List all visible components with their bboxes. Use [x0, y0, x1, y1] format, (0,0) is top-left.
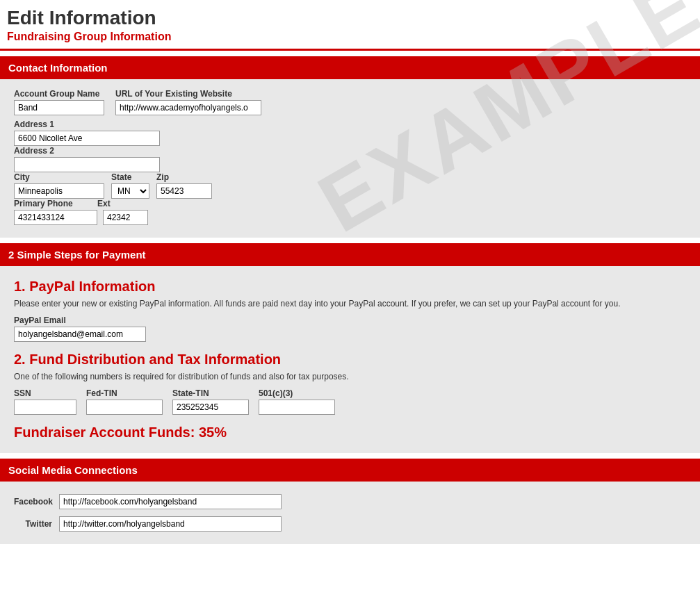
payment-section-header: 2 Simple Steps for Payment: [0, 243, 700, 266]
state-select[interactable]: MN: [111, 183, 149, 199]
phone-field: Primary PhoneExt: [14, 199, 148, 225]
payment-section: 2 Simple Steps for Payment 1. PayPal Inf…: [0, 243, 700, 453]
phone-label: Primary PhoneExt: [14, 199, 148, 208]
contact-section-header: Contact Information: [0, 56, 700, 79]
social-section: Social Media Connections Facebook Twitte…: [0, 459, 700, 544]
url-label: URL of Your Existing Website: [115, 89, 261, 99]
501c3-field: 501(c)(3): [259, 388, 335, 415]
funds-text: Fundraiser Account Funds: 35%: [14, 425, 686, 441]
fed-tin-field: Fed-TIN: [86, 388, 163, 415]
city-label: City: [14, 172, 104, 182]
facebook-input[interactable]: [59, 494, 282, 509]
paypal-email-field: PayPal Email: [14, 315, 686, 342]
twitter-input[interactable]: [59, 516, 282, 532]
state-tin-field: State-TIN: [172, 388, 249, 415]
fed-tin-input[interactable]: [86, 400, 163, 415]
step1-description: Please enter your new or existing PayPal…: [14, 299, 653, 309]
step2-heading: 2. Fund Distribution and Tax Information: [14, 352, 686, 368]
zip-field: Zip: [156, 172, 212, 199]
501c3-label: 501(c)(3): [259, 388, 335, 398]
paypal-email-label: PayPal Email: [14, 315, 686, 325]
state-tin-label: State-TIN: [172, 388, 249, 398]
ssn-field: SSN: [14, 388, 76, 415]
url-input[interactable]: [115, 100, 261, 115]
facebook-label: Facebook: [14, 497, 52, 507]
fed-tin-label: Fed-TIN: [86, 388, 163, 398]
ssn-input[interactable]: [14, 400, 76, 415]
account-group-name-input[interactable]: [14, 100, 104, 115]
page-subtitle: Fundraising Group Information: [7, 31, 693, 43]
state-tin-input[interactable]: [172, 400, 249, 415]
phone-input[interactable]: [14, 210, 97, 225]
address1-label: Address 1: [14, 120, 686, 129]
phone-ext-row: Primary PhoneExt: [14, 199, 686, 225]
address2-input[interactable]: [14, 157, 160, 172]
page-title: Edit Information: [7, 7, 693, 29]
facebook-row: Facebook: [14, 494, 686, 509]
zip-label: Zip: [156, 172, 212, 182]
address1-field: Address 1: [14, 120, 686, 146]
social-section-header: Social Media Connections: [0, 459, 700, 482]
twitter-row: Twitter: [14, 516, 686, 532]
account-group-name-label: Account Group Name: [14, 89, 104, 99]
ssn-label: SSN: [14, 388, 76, 398]
state-label: State: [111, 172, 149, 182]
name-url-row: Account Group Name URL of Your Existing …: [14, 89, 686, 115]
address2-field: Address 2: [14, 146, 686, 172]
501c3-input[interactable]: [259, 400, 335, 415]
address1-input[interactable]: [14, 131, 160, 146]
city-state-zip-row: City State MN Zip: [14, 172, 686, 199]
account-group-name-field: Account Group Name: [14, 89, 104, 115]
city-input[interactable]: [14, 183, 104, 199]
paypal-email-input[interactable]: [14, 327, 146, 342]
city-field: City: [14, 172, 104, 199]
social-section-body: Facebook Twitter: [0, 482, 700, 544]
tax-fields-row: SSN Fed-TIN State-TIN 501(c)(3): [14, 388, 686, 415]
url-field: URL of Your Existing Website: [115, 89, 261, 115]
payment-section-body: 1. PayPal Information Please enter your …: [0, 266, 700, 453]
zip-input[interactable]: [156, 183, 212, 199]
contact-section: Contact Information Account Group Name U…: [0, 56, 700, 238]
ext-input[interactable]: [103, 210, 148, 225]
step1-heading: 1. PayPal Information: [14, 279, 686, 295]
state-field: State MN: [111, 172, 149, 199]
address2-label: Address 2: [14, 146, 686, 156]
page-wrapper: EXAMPLE Edit Information Fundraising Gro…: [0, 0, 700, 592]
step2-description: One of the following numbers is required…: [14, 372, 653, 381]
contact-section-body: Account Group Name URL of Your Existing …: [0, 79, 700, 238]
page-header: Edit Information Fundraising Group Infor…: [0, 0, 700, 51]
twitter-label: Twitter: [14, 519, 52, 529]
